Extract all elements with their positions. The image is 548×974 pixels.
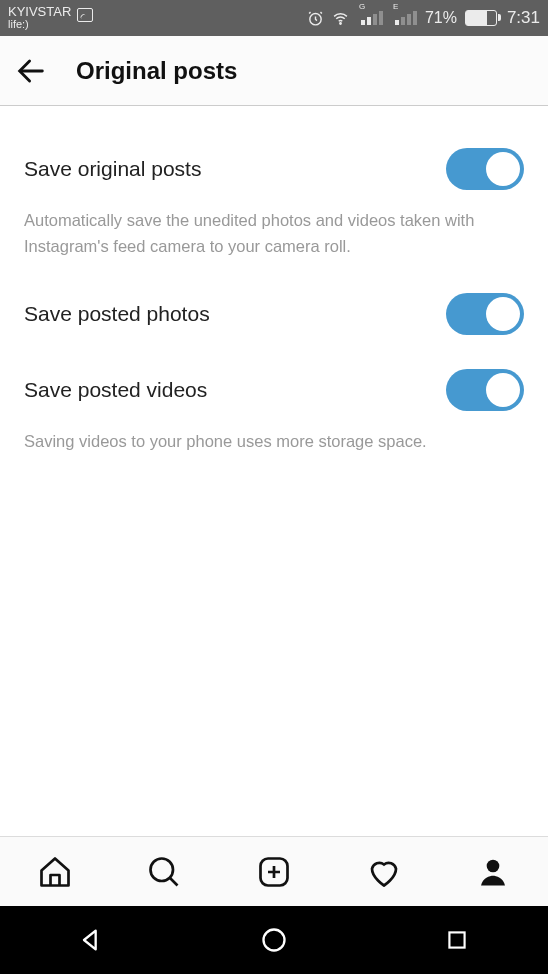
status-left: KYIVSTAR life:)	[8, 5, 93, 30]
search-icon[interactable]	[146, 854, 182, 890]
setting-label: Save original posts	[24, 157, 201, 181]
toggle-save-posted-photos[interactable]	[446, 293, 524, 335]
signal-1: G	[361, 11, 383, 25]
bottom-nav	[0, 836, 548, 906]
setting-description: Saving videos to your phone uses more st…	[24, 429, 524, 455]
home-icon[interactable]	[37, 854, 73, 890]
carrier-subtext: life:)	[8, 19, 71, 31]
android-home-button[interactable]	[256, 922, 292, 958]
wifi-icon	[332, 10, 349, 27]
status-bar: KYIVSTAR life:) G E 71% 7:31	[0, 0, 548, 36]
toggle-save-posted-videos[interactable]	[446, 369, 524, 411]
svg-point-4	[487, 859, 500, 872]
profile-icon[interactable]	[475, 854, 511, 890]
page-title: Original posts	[76, 57, 237, 85]
setting-save-posted-videos: Save posted videos	[24, 359, 524, 421]
setting-label: Save posted photos	[24, 302, 210, 326]
screenshot-icon	[77, 8, 93, 22]
battery-percent: 71%	[425, 9, 457, 27]
app-header: Original posts	[0, 36, 548, 106]
toggle-save-original-posts[interactable]	[446, 148, 524, 190]
status-right: G E 71% 7:31	[307, 8, 540, 28]
add-post-icon[interactable]	[256, 854, 292, 890]
android-back-button[interactable]	[73, 922, 109, 958]
setting-description: Automatically save the unedited photos a…	[24, 208, 524, 259]
carrier-name: KYIVSTAR	[8, 5, 71, 19]
setting-save-posted-photos: Save posted photos	[24, 283, 524, 345]
svg-rect-6	[449, 932, 464, 947]
setting-label: Save posted videos	[24, 378, 207, 402]
setting-save-original-posts: Save original posts	[24, 138, 524, 200]
svg-point-1	[340, 22, 341, 23]
settings-content: Save original posts Automatically save t…	[0, 106, 548, 836]
alarm-icon	[307, 10, 324, 27]
system-nav	[0, 906, 548, 974]
signal-2: E	[395, 11, 417, 25]
back-button[interactable]	[14, 54, 48, 88]
battery-icon	[465, 10, 497, 26]
android-recent-button[interactable]	[439, 922, 475, 958]
activity-heart-icon[interactable]	[366, 854, 402, 890]
clock: 7:31	[507, 8, 540, 28]
svg-point-5	[263, 930, 284, 951]
svg-point-2	[151, 858, 174, 881]
